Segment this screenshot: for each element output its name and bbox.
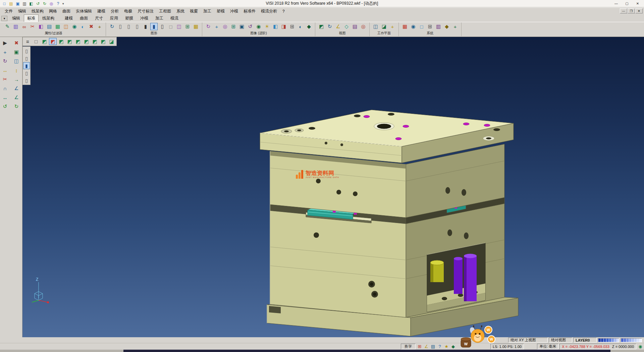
undo-icon[interactable]: ↺: [35, 1, 41, 6]
menu-help[interactable]: ?: [280, 8, 287, 14]
wireframe-mode-icon[interactable]: ▯: [117, 23, 124, 30]
solid-display-3-icon[interactable]: ▮: [23, 62, 30, 69]
new-file-icon[interactable]: □: [1, 1, 7, 6]
layer-filter-icon[interactable]: ▤: [46, 23, 53, 30]
chamfer-icon[interactable]: ∠: [12, 84, 20, 92]
menu-standard-parts[interactable]: 标准件: [241, 8, 258, 15]
shaded-mode-icon[interactable]: ▮: [150, 23, 158, 30]
tab-flow[interactable]: 模流: [167, 14, 182, 22]
support-pillar-yellow[interactable]: [430, 260, 444, 282]
globe-settings-icon[interactable]: ◉: [410, 23, 417, 30]
menu-window[interactable]: 视窗: [187, 8, 201, 15]
title-bar[interactable]: □▤▣▥◧↺↻◎? ▾ VISI 2018 R2 from Vero Softw…: [0, 0, 644, 7]
tab-progress[interactable]: 冲模: [137, 14, 152, 22]
calculator-icon[interactable]: ▥: [435, 23, 442, 30]
unlink-elements-icon[interactable]: ✂: [29, 23, 36, 30]
ortho-mode-icon[interactable]: ∠: [423, 344, 429, 349]
grid-settings-icon[interactable]: ⊞: [426, 23, 434, 30]
tab-modeling[interactable]: 建模: [61, 14, 76, 22]
units-field[interactable]: 单位: 毫米: [537, 344, 558, 349]
color-filter-icon[interactable]: ◧: [37, 23, 45, 30]
tabbar-dropdown-icon[interactable]: ▾: [1, 16, 7, 21]
standard-views-icon[interactable]: ◩: [318, 23, 325, 30]
flat-shade-mode-icon[interactable]: ▮: [142, 23, 149, 30]
tab-machining[interactable]: 加工: [152, 14, 167, 22]
pointer-select-icon[interactable]: ▶: [1, 39, 9, 47]
selection-mask-icon[interactable]: ◉: [71, 23, 78, 30]
menu-drafting[interactable]: 工程图: [156, 8, 174, 15]
shaded-edges-mode-icon[interactable]: ▯: [159, 23, 166, 30]
print-icon[interactable]: ▥: [21, 1, 28, 6]
move-element-icon[interactable]: +: [1, 48, 9, 56]
view-normal-icon[interactable]: ◉: [255, 23, 262, 30]
light-settings-icon[interactable]: ☀: [263, 23, 271, 30]
previous-view-icon[interactable]: ↺: [247, 23, 254, 30]
left-view-icon[interactable]: ◩: [91, 38, 99, 45]
link-elements-icon[interactable]: ∞: [20, 23, 28, 30]
ghost-mode-icon[interactable]: ▯: [133, 23, 141, 30]
view-orientation-field[interactable]: 绝对 XY 上视图: [508, 338, 548, 343]
copy-element-icon[interactable]: ▣: [12, 48, 20, 56]
measure-angle-icon[interactable]: ∠: [12, 93, 20, 101]
snap-mode-field[interactable]: 拴字: [401, 344, 416, 349]
minimize-button[interactable]: —: [611, 1, 621, 7]
zoom-window-icon[interactable]: ⊞: [230, 23, 237, 30]
menu-electrode[interactable]: 电极: [121, 8, 135, 15]
menu-wireframe[interactable]: 线架构: [29, 8, 46, 15]
solid-display-4-icon[interactable]: ▯: [23, 70, 30, 77]
menu-system[interactable]: 系统: [174, 8, 187, 15]
filter-settings-icon[interactable]: +: [96, 23, 103, 30]
workplane-standard-icon[interactable]: ◫: [372, 23, 379, 30]
undo-edit-icon[interactable]: ↺: [1, 102, 9, 111]
zoom-icon[interactable]: ◎: [48, 1, 54, 6]
clip-plane-icon[interactable]: ◨: [280, 23, 287, 30]
dynamic-pan-icon[interactable]: +: [213, 23, 220, 30]
support-pillar-purple-2[interactable]: [464, 254, 477, 302]
front-view-icon[interactable]: ◩: [74, 38, 82, 45]
mdi-restore-button[interactable]: ❐: [628, 8, 635, 13]
menu-progress[interactable]: 冲模: [227, 8, 241, 15]
section-view-icon[interactable]: ◫: [175, 23, 183, 30]
dynamic-rotate-icon[interactable]: ↻: [205, 23, 212, 30]
dimetric-view-icon[interactable]: ◪: [108, 38, 115, 45]
menu-mould[interactable]: 塑模: [214, 8, 227, 15]
menu-machining[interactable]: 加工: [201, 8, 214, 15]
view-menu-icon[interactable]: ≡: [24, 38, 32, 45]
iso-view-ne-icon[interactable]: ◩: [41, 38, 48, 45]
profiles-status-icon[interactable]: ◆: [450, 344, 456, 349]
stretch-element-icon[interactable]: ↕: [12, 66, 20, 74]
measure-distance-icon[interactable]: ↔: [1, 93, 9, 101]
tab-wireframe[interactable]: 线架构: [39, 14, 58, 22]
align-view-icon[interactable]: ∠: [334, 23, 342, 30]
help-icon[interactable]: ?: [55, 1, 61, 6]
redo-edit-icon[interactable]: ↻: [12, 102, 20, 111]
regen-view-icon[interactable]: ↻: [108, 23, 116, 30]
save-file-icon[interactable]: ▣: [15, 1, 21, 6]
system-settings-icon[interactable]: +: [451, 23, 459, 30]
shading-toggle-icon[interactable]: □: [32, 38, 40, 45]
view-cplane-icon[interactable]: ◇: [343, 23, 350, 30]
trim-element-icon[interactable]: ✂: [1, 75, 9, 83]
transparent-mode-icon[interactable]: □: [167, 23, 174, 30]
world-icon[interactable]: ◉: [637, 344, 643, 349]
tab-surface[interactable]: 曲面: [76, 14, 91, 22]
dynamic-zoom-icon[interactable]: ◎: [221, 23, 229, 30]
reset-filter-icon[interactable]: ✖: [88, 23, 95, 30]
tab-dimension[interactable]: 尺寸: [92, 14, 106, 22]
menu-analysis[interactable]: 分析: [108, 8, 121, 15]
support-pillar-purple-1[interactable]: [454, 257, 463, 294]
draft-analysis-icon[interactable]: ⊞: [184, 23, 191, 30]
qat-more-button[interactable]: ▾: [61, 2, 65, 5]
menu-surface[interactable]: 曲面: [60, 8, 73, 15]
scale-element-icon[interactable]: ↔: [1, 66, 9, 74]
mold-3d-scene[interactable]: [22, 37, 644, 337]
bottom-view-icon[interactable]: ◩: [66, 38, 73, 45]
help-status-icon[interactable]: ?: [437, 344, 443, 349]
fillet-icon[interactable]: ∩: [1, 84, 9, 92]
menu-dimension[interactable]: 尺寸标注: [135, 8, 156, 15]
solid-display-1-icon[interactable]: ▯: [23, 47, 30, 54]
active-layer-field[interactable]: LAYER0: [573, 338, 597, 343]
copy-attributes-icon[interactable]: ▥: [12, 23, 19, 30]
horizontal-scrollbar-thumb[interactable]: [123, 350, 610, 352]
color-table-icon[interactable]: ▦: [401, 23, 409, 30]
